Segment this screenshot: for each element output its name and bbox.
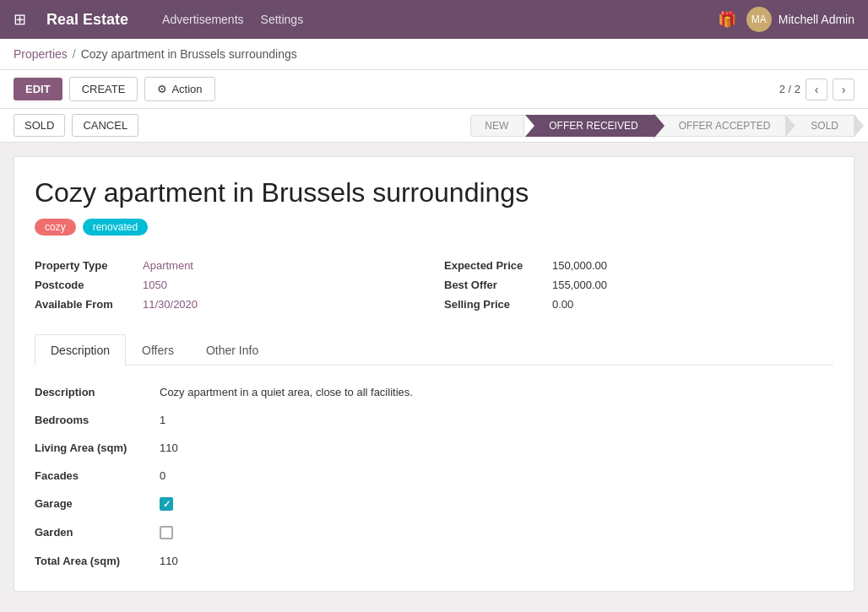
avatar: MA xyxy=(746,7,772,32)
field-value-selling-price: 0.00 xyxy=(552,298,573,311)
desc-field-garden: Garden xyxy=(35,523,833,543)
breadcrumb: Properties / Cozy apartment in Brussels … xyxy=(0,39,868,70)
breadcrumb-current: Cozy apartment in Brussels surroundings xyxy=(81,47,297,61)
app-title: Real Estate xyxy=(46,11,128,29)
property-title: Cozy apartment in Brussels surroundings xyxy=(35,177,833,209)
field-label-property-type: Property Type xyxy=(35,259,136,272)
field-expected-price: Expected Price 150,000.00 xyxy=(444,256,833,275)
action-button[interactable]: ⚙ Action xyxy=(144,77,214,101)
edit-button[interactable]: EDIT xyxy=(14,78,62,100)
topnav-right: 🎁 MA Mitchell Admin xyxy=(718,7,854,32)
desc-label-description: Description xyxy=(35,386,153,398)
field-label-available-from: Available From xyxy=(35,298,136,311)
desc-field-facades: Facades 0 xyxy=(35,466,833,485)
nav-settings[interactable]: Settings xyxy=(261,13,304,26)
status-bar: SOLD CANCEL NEW OFFER RECEIVED OFFER ACC… xyxy=(0,109,868,143)
fields-left: Property Type Apartment Postcode 1050 Av… xyxy=(35,256,424,314)
desc-label-total-area: Total Area (sqm) xyxy=(35,555,153,567)
desc-value-total-area: 110 xyxy=(160,555,178,567)
pager-count: 2 / 2 xyxy=(779,83,800,95)
field-selling-price: Selling Price 0.00 xyxy=(444,295,833,314)
desc-field-total-area: Total Area (sqm) 110 xyxy=(35,551,833,571)
tag-cozy[interactable]: cozy xyxy=(35,219,76,236)
field-property-type: Property Type Apartment xyxy=(35,256,424,275)
tags: cozy renovated xyxy=(35,219,833,236)
checkbox-garden[interactable] xyxy=(160,526,173,539)
pipeline: NEW OFFER RECEIVED OFFER ACCEPTED SOLD xyxy=(470,115,854,137)
field-label-expected-price: Expected Price xyxy=(444,259,545,272)
breadcrumb-parent[interactable]: Properties xyxy=(14,47,68,61)
user-menu[interactable]: MA Mitchell Admin xyxy=(746,7,854,32)
desc-label-garden: Garden xyxy=(35,526,153,539)
field-value-postcode[interactable]: 1050 xyxy=(143,279,167,291)
gear-icon: ⚙ xyxy=(157,83,167,95)
desc-field-description: Description Cozy apartment in a quiet ar… xyxy=(35,382,833,402)
desc-value-living-area: 110 xyxy=(160,441,178,454)
desc-value-facades: 0 xyxy=(160,469,165,482)
desc-field-living-area: Living Area (sqm) 110 xyxy=(35,438,833,458)
desc-field-bedrooms: Bedrooms 1 xyxy=(35,410,833,430)
cancel-button[interactable]: CANCEL xyxy=(72,114,138,137)
field-best-offer: Best Offer 155,000.00 xyxy=(444,275,833,295)
desc-label-bedrooms: Bedrooms xyxy=(35,414,153,426)
field-value-property-type[interactable]: Apartment xyxy=(143,259,193,272)
top-navigation: ⊞ Real Estate Advertisements Settings 🎁 … xyxy=(0,0,868,39)
pipeline-step-new[interactable]: NEW xyxy=(470,115,524,137)
main-content: Cozy apartment in Brussels surroundings … xyxy=(0,143,868,605)
field-value-best-offer: 155,000.00 xyxy=(552,279,607,291)
tab-description[interactable]: Description xyxy=(35,334,126,366)
desc-value-description: Cozy apartment in a quiet area, close to… xyxy=(160,386,413,398)
field-label-selling-price: Selling Price xyxy=(444,298,545,311)
tab-content-description: Description Cozy apartment in a quiet ar… xyxy=(35,366,833,571)
field-value-expected-price: 150,000.00 xyxy=(552,259,607,272)
nav-links: Advertisements Settings xyxy=(162,13,303,26)
fields-right: Expected Price 150,000.00 Best Offer 155… xyxy=(444,256,833,314)
gift-icon[interactable]: 🎁 xyxy=(718,10,736,29)
pager-prev[interactable]: ‹ xyxy=(806,79,827,100)
pipeline-step-sold[interactable]: SOLD xyxy=(786,115,854,137)
field-postcode: Postcode 1050 xyxy=(35,275,424,295)
tab-other-info[interactable]: Other Info xyxy=(190,334,274,366)
field-value-available-from: 11/30/2020 xyxy=(143,298,198,311)
form-card: Cozy apartment in Brussels surroundings … xyxy=(14,156,854,592)
pipeline-step-offer-accepted[interactable]: OFFER ACCEPTED xyxy=(654,115,787,137)
field-available-from: Available From 11/30/2020 xyxy=(35,295,424,314)
pager: 2 / 2 ‹ › xyxy=(779,79,854,100)
desc-label-garage: Garage xyxy=(35,497,153,510)
tab-offers[interactable]: Offers xyxy=(126,334,190,366)
user-name: Mitchell Admin xyxy=(778,13,854,26)
desc-label-living-area: Living Area (sqm) xyxy=(35,441,153,454)
field-label-postcode: Postcode xyxy=(35,279,136,291)
checkbox-garage[interactable] xyxy=(160,497,173,511)
desc-field-garage: Garage xyxy=(35,494,833,514)
grid-menu-icon[interactable]: ⊞ xyxy=(14,10,26,29)
description-fields: Description Cozy apartment in a quiet ar… xyxy=(35,382,833,571)
action-bar: EDIT CREATE ⚙ Action 2 / 2 ‹ › xyxy=(0,70,868,109)
property-fields: Property Type Apartment Postcode 1050 Av… xyxy=(35,256,833,314)
pager-next[interactable]: › xyxy=(833,79,854,100)
tag-renovated[interactable]: renovated xyxy=(83,219,148,236)
field-label-best-offer: Best Offer xyxy=(444,279,545,291)
desc-label-facades: Facades xyxy=(35,469,153,482)
desc-value-bedrooms: 1 xyxy=(160,414,165,426)
create-button[interactable]: CREATE xyxy=(69,77,138,101)
breadcrumb-separator: / xyxy=(73,47,76,61)
nav-advertisements[interactable]: Advertisements xyxy=(162,13,243,26)
sold-button[interactable]: SOLD xyxy=(14,114,65,137)
pipeline-step-offer-received[interactable]: OFFER RECEIVED xyxy=(524,115,654,137)
tabs: Description Offers Other Info xyxy=(35,334,833,366)
